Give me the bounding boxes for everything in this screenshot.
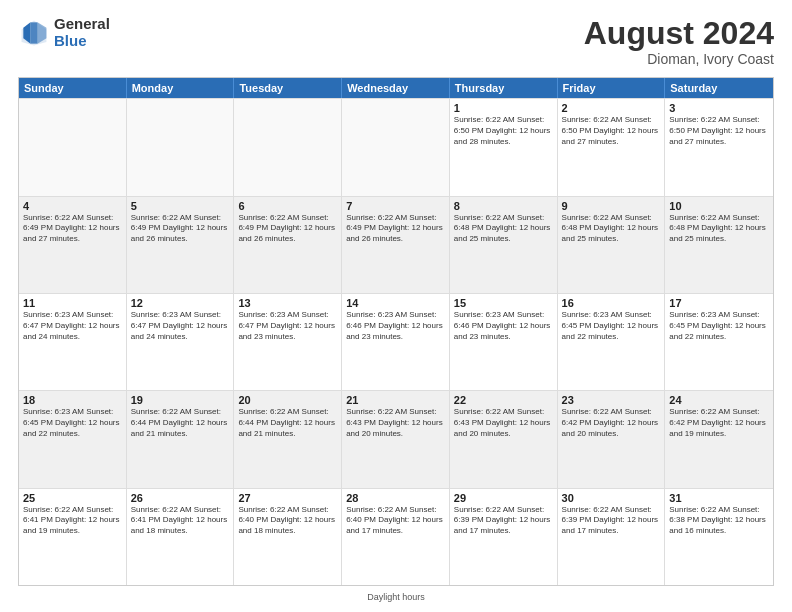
- cell-daylight-info: Sunrise: 6:23 AM Sunset: 6:46 PM Dayligh…: [346, 310, 445, 342]
- calendar-cell: [19, 99, 127, 195]
- calendar-cell: 29Sunrise: 6:22 AM Sunset: 6:39 PM Dayli…: [450, 489, 558, 585]
- calendar-body: 1Sunrise: 6:22 AM Sunset: 6:50 PM Daylig…: [19, 98, 773, 585]
- cell-daylight-info: Sunrise: 6:23 AM Sunset: 6:45 PM Dayligh…: [562, 310, 661, 342]
- calendar-cell: 16Sunrise: 6:23 AM Sunset: 6:45 PM Dayli…: [558, 294, 666, 390]
- calendar-row: 4Sunrise: 6:22 AM Sunset: 6:49 PM Daylig…: [19, 196, 773, 293]
- cell-daylight-info: Sunrise: 6:22 AM Sunset: 6:41 PM Dayligh…: [23, 505, 122, 537]
- calendar-row: 18Sunrise: 6:23 AM Sunset: 6:45 PM Dayli…: [19, 390, 773, 487]
- day-number: 21: [346, 394, 445, 406]
- calendar-header-day: Wednesday: [342, 78, 450, 98]
- day-number: 10: [669, 200, 769, 212]
- calendar-cell: 25Sunrise: 6:22 AM Sunset: 6:41 PM Dayli…: [19, 489, 127, 585]
- cell-daylight-info: Sunrise: 6:22 AM Sunset: 6:48 PM Dayligh…: [669, 213, 769, 245]
- footer: Daylight hours: [18, 592, 774, 602]
- cell-daylight-info: Sunrise: 6:23 AM Sunset: 6:46 PM Dayligh…: [454, 310, 553, 342]
- calendar-cell: 31Sunrise: 6:22 AM Sunset: 6:38 PM Dayli…: [665, 489, 773, 585]
- calendar-cell: [127, 99, 235, 195]
- day-number: 20: [238, 394, 337, 406]
- logo-blue-text: Blue: [54, 33, 110, 50]
- cell-daylight-info: Sunrise: 6:23 AM Sunset: 6:45 PM Dayligh…: [23, 407, 122, 439]
- calendar-cell: 1Sunrise: 6:22 AM Sunset: 6:50 PM Daylig…: [450, 99, 558, 195]
- calendar-cell: 9Sunrise: 6:22 AM Sunset: 6:48 PM Daylig…: [558, 197, 666, 293]
- day-number: 27: [238, 492, 337, 504]
- day-number: 1: [454, 102, 553, 114]
- calendar-cell: 13Sunrise: 6:23 AM Sunset: 6:47 PM Dayli…: [234, 294, 342, 390]
- cell-daylight-info: Sunrise: 6:22 AM Sunset: 6:48 PM Dayligh…: [562, 213, 661, 245]
- day-number: 7: [346, 200, 445, 212]
- cell-daylight-info: Sunrise: 6:23 AM Sunset: 6:47 PM Dayligh…: [238, 310, 337, 342]
- day-number: 25: [23, 492, 122, 504]
- day-number: 31: [669, 492, 769, 504]
- calendar-cell: 21Sunrise: 6:22 AM Sunset: 6:43 PM Dayli…: [342, 391, 450, 487]
- cell-daylight-info: Sunrise: 6:22 AM Sunset: 6:49 PM Dayligh…: [238, 213, 337, 245]
- cell-daylight-info: Sunrise: 6:22 AM Sunset: 6:38 PM Dayligh…: [669, 505, 769, 537]
- calendar-cell: 24Sunrise: 6:22 AM Sunset: 6:42 PM Dayli…: [665, 391, 773, 487]
- calendar-header-day: Thursday: [450, 78, 558, 98]
- calendar-row: 11Sunrise: 6:23 AM Sunset: 6:47 PM Dayli…: [19, 293, 773, 390]
- day-number: 15: [454, 297, 553, 309]
- cell-daylight-info: Sunrise: 6:22 AM Sunset: 6:44 PM Dayligh…: [131, 407, 230, 439]
- cell-daylight-info: Sunrise: 6:22 AM Sunset: 6:49 PM Dayligh…: [23, 213, 122, 245]
- calendar-cell: 18Sunrise: 6:23 AM Sunset: 6:45 PM Dayli…: [19, 391, 127, 487]
- day-number: 2: [562, 102, 661, 114]
- logo-icon: [18, 17, 50, 49]
- calendar-header-day: Tuesday: [234, 78, 342, 98]
- cell-daylight-info: Sunrise: 6:22 AM Sunset: 6:49 PM Dayligh…: [346, 213, 445, 245]
- day-number: 26: [131, 492, 230, 504]
- header: General Blue August 2024 Dioman, Ivory C…: [18, 16, 774, 67]
- calendar-cell: 12Sunrise: 6:23 AM Sunset: 6:47 PM Dayli…: [127, 294, 235, 390]
- calendar-cell: 3Sunrise: 6:22 AM Sunset: 6:50 PM Daylig…: [665, 99, 773, 195]
- calendar-cell: 6Sunrise: 6:22 AM Sunset: 6:49 PM Daylig…: [234, 197, 342, 293]
- cell-daylight-info: Sunrise: 6:22 AM Sunset: 6:49 PM Dayligh…: [131, 213, 230, 245]
- day-number: 12: [131, 297, 230, 309]
- day-number: 24: [669, 394, 769, 406]
- calendar-cell: 26Sunrise: 6:22 AM Sunset: 6:41 PM Dayli…: [127, 489, 235, 585]
- day-number: 3: [669, 102, 769, 114]
- cell-daylight-info: Sunrise: 6:22 AM Sunset: 6:43 PM Dayligh…: [454, 407, 553, 439]
- calendar-row: 1Sunrise: 6:22 AM Sunset: 6:50 PM Daylig…: [19, 98, 773, 195]
- calendar-header-day: Monday: [127, 78, 235, 98]
- calendar-cell: 14Sunrise: 6:23 AM Sunset: 6:46 PM Dayli…: [342, 294, 450, 390]
- cell-daylight-info: Sunrise: 6:22 AM Sunset: 6:41 PM Dayligh…: [131, 505, 230, 537]
- calendar-cell: 28Sunrise: 6:22 AM Sunset: 6:40 PM Dayli…: [342, 489, 450, 585]
- day-number: 19: [131, 394, 230, 406]
- svg-marker-2: [30, 22, 37, 43]
- cell-daylight-info: Sunrise: 6:22 AM Sunset: 6:40 PM Dayligh…: [346, 505, 445, 537]
- calendar-header-day: Friday: [558, 78, 666, 98]
- day-number: 8: [454, 200, 553, 212]
- calendar-cell: 27Sunrise: 6:22 AM Sunset: 6:40 PM Dayli…: [234, 489, 342, 585]
- cell-daylight-info: Sunrise: 6:22 AM Sunset: 6:44 PM Dayligh…: [238, 407, 337, 439]
- cell-daylight-info: Sunrise: 6:22 AM Sunset: 6:39 PM Dayligh…: [562, 505, 661, 537]
- cell-daylight-info: Sunrise: 6:22 AM Sunset: 6:42 PM Dayligh…: [669, 407, 769, 439]
- day-number: 9: [562, 200, 661, 212]
- calendar-cell: [234, 99, 342, 195]
- cell-daylight-info: Sunrise: 6:22 AM Sunset: 6:40 PM Dayligh…: [238, 505, 337, 537]
- calendar-cell: 7Sunrise: 6:22 AM Sunset: 6:49 PM Daylig…: [342, 197, 450, 293]
- calendar-cell: 15Sunrise: 6:23 AM Sunset: 6:46 PM Dayli…: [450, 294, 558, 390]
- cell-daylight-info: Sunrise: 6:22 AM Sunset: 6:48 PM Dayligh…: [454, 213, 553, 245]
- cell-daylight-info: Sunrise: 6:22 AM Sunset: 6:43 PM Dayligh…: [346, 407, 445, 439]
- cell-daylight-info: Sunrise: 6:23 AM Sunset: 6:47 PM Dayligh…: [23, 310, 122, 342]
- calendar-cell: 17Sunrise: 6:23 AM Sunset: 6:45 PM Dayli…: [665, 294, 773, 390]
- main-title: August 2024: [584, 16, 774, 51]
- calendar-cell: 19Sunrise: 6:22 AM Sunset: 6:44 PM Dayli…: [127, 391, 235, 487]
- cell-daylight-info: Sunrise: 6:22 AM Sunset: 6:50 PM Dayligh…: [669, 115, 769, 147]
- page: General Blue August 2024 Dioman, Ivory C…: [0, 0, 792, 612]
- title-block: August 2024 Dioman, Ivory Coast: [584, 16, 774, 67]
- logo-text: General Blue: [54, 16, 110, 49]
- day-number: 16: [562, 297, 661, 309]
- cell-daylight-info: Sunrise: 6:22 AM Sunset: 6:42 PM Dayligh…: [562, 407, 661, 439]
- calendar: SundayMondayTuesdayWednesdayThursdayFrid…: [18, 77, 774, 586]
- calendar-header-day: Sunday: [19, 78, 127, 98]
- day-number: 28: [346, 492, 445, 504]
- calendar-cell: 10Sunrise: 6:22 AM Sunset: 6:48 PM Dayli…: [665, 197, 773, 293]
- calendar-cell: 20Sunrise: 6:22 AM Sunset: 6:44 PM Dayli…: [234, 391, 342, 487]
- calendar-cell: 5Sunrise: 6:22 AM Sunset: 6:49 PM Daylig…: [127, 197, 235, 293]
- cell-daylight-info: Sunrise: 6:22 AM Sunset: 6:39 PM Dayligh…: [454, 505, 553, 537]
- day-number: 6: [238, 200, 337, 212]
- calendar-cell: 30Sunrise: 6:22 AM Sunset: 6:39 PM Dayli…: [558, 489, 666, 585]
- day-number: 18: [23, 394, 122, 406]
- day-number: 29: [454, 492, 553, 504]
- day-number: 14: [346, 297, 445, 309]
- day-number: 30: [562, 492, 661, 504]
